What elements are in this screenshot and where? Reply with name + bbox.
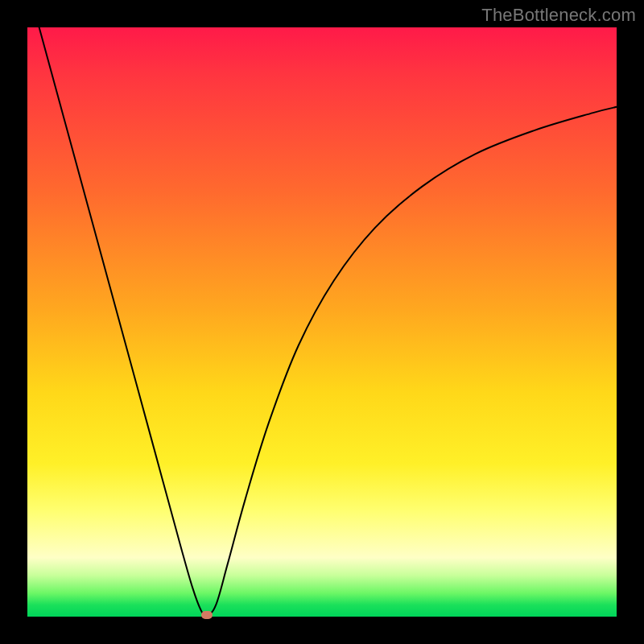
chart-frame: TheBottleneck.com	[0, 0, 644, 644]
minimum-marker	[201, 611, 213, 619]
bottleneck-curve	[27, 27, 617, 617]
plot-area	[27, 27, 617, 617]
watermark-text: TheBottleneck.com	[481, 5, 636, 26]
